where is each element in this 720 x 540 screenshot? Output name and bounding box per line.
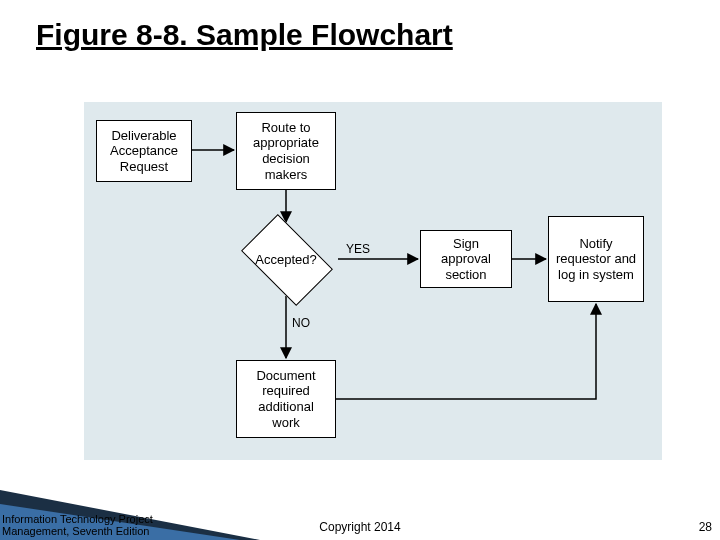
node-document: Document required additional work [236,360,336,438]
node-document-text: Document required additional work [243,368,329,430]
node-deliverable-text: Deliverable Acceptance Request [103,128,185,175]
figure-title: Figure 8-8. Sample Flowchart [36,18,453,52]
footer-left-line1: Information Technology Project [2,513,153,526]
edge-label-yes: YES [346,242,370,256]
node-route-text: Route to appropriate decision makers [243,120,329,182]
slide-number: 28 [699,520,712,534]
node-deliverable: Deliverable Acceptance Request [96,120,192,182]
node-route: Route to appropriate decision makers [236,112,336,190]
node-sign: Sign approval section [420,230,512,288]
footer-left: Information Technology Project Managemen… [2,513,153,538]
footer-left-line2: Management, Seventh Edition [2,525,153,538]
node-notify-text: Notify requestor and log in system [555,236,637,283]
node-decision [241,214,333,306]
flowchart-area: Deliverable Acceptance Request Route to … [84,102,662,460]
node-sign-text: Sign approval section [427,236,505,283]
edge-label-no: NO [292,316,310,330]
node-notify: Notify requestor and log in system [548,216,644,302]
